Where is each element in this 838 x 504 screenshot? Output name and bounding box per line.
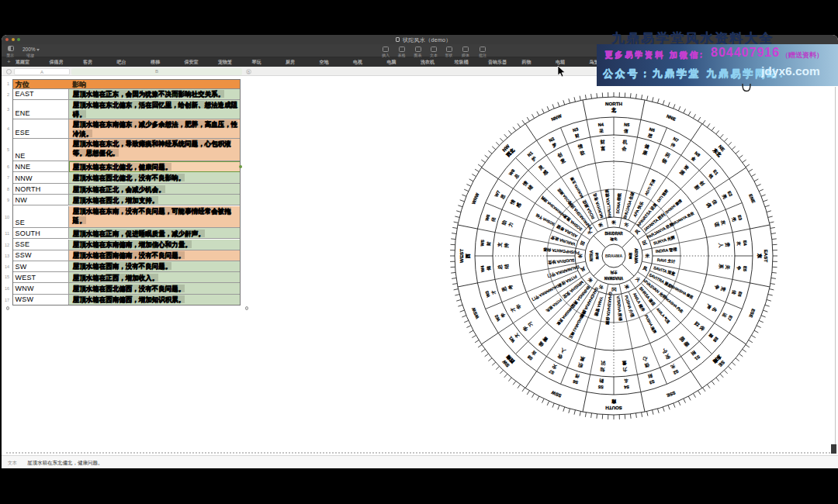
svg-text:NNW: NNW xyxy=(551,113,563,122)
svg-text:采: 采 xyxy=(599,128,604,133)
svg-text:争: 争 xyxy=(736,266,742,271)
svg-text:RAVI 主计: RAVI 主计 xyxy=(657,257,677,264)
svg-text:总: 总 xyxy=(513,173,520,180)
svg-text:SSE: SSE xyxy=(666,390,676,398)
svg-text:积: 积 xyxy=(577,362,583,369)
svg-text:金: 金 xyxy=(691,156,697,162)
svg-text:E5: E5 xyxy=(743,266,748,271)
svg-text:W5: W5 xyxy=(480,240,485,247)
svg-text:空间: 空间 xyxy=(611,270,618,274)
svg-text:绪: 绪 xyxy=(527,183,535,191)
svg-text:GHAKSHATA 保障: GHAKSHATA 保障 xyxy=(605,292,613,325)
svg-text:吉: 吉 xyxy=(531,349,538,356)
svg-text:凶: 凶 xyxy=(580,240,586,247)
svg-text:考: 考 xyxy=(507,284,514,290)
svg-text:W6: W6 xyxy=(484,214,490,222)
svg-text:N3: N3 xyxy=(572,126,579,133)
svg-text:文: 文 xyxy=(513,332,519,338)
svg-text:SOMA 领航: SOMA 领航 xyxy=(615,192,623,214)
svg-text:推进: 推进 xyxy=(595,252,599,260)
svg-text:源: 源 xyxy=(679,169,687,177)
svg-text:ENE: ENE xyxy=(748,193,756,203)
svg-text:MRIGHA 灵敏: MRIGHA 灵敏 xyxy=(556,306,573,326)
svg-text:米: 米 xyxy=(587,277,593,283)
svg-text:蓄: 蓄 xyxy=(542,336,549,343)
svg-text:S4: S4 xyxy=(623,385,629,390)
svg-text:争: 争 xyxy=(714,284,720,290)
svg-text:刚: 刚 xyxy=(690,349,697,356)
svg-text:BHRINGARAJ 蜂王: BHRINGARAJ 蜂王 xyxy=(568,309,587,340)
svg-text:MUKHYA 有名: MUKHYA 有名 xyxy=(592,192,604,219)
svg-text:SOSHA 干枯: SOSHA 干枯 xyxy=(535,212,556,226)
svg-text:累: 累 xyxy=(579,356,586,363)
svg-text:E4: E4 xyxy=(743,240,748,247)
svg-text:西: 西 xyxy=(466,254,471,259)
svg-text:区: 区 xyxy=(642,239,648,246)
svg-text:N6: N6 xyxy=(649,126,656,133)
svg-text:习: 习 xyxy=(527,321,534,328)
svg-text:NNE: NNE xyxy=(666,114,677,122)
svg-text:刻: 刻 xyxy=(647,373,653,378)
svg-text:BRAHMA: BRAHMA xyxy=(605,254,623,258)
svg-text:理化: 理化 xyxy=(611,236,618,241)
svg-text:心: 心 xyxy=(642,356,649,363)
svg-text:风: 风 xyxy=(580,266,586,272)
svg-text:量: 量 xyxy=(622,361,628,367)
svg-text:SSW: SSW xyxy=(550,390,562,399)
svg-text:E6: E6 xyxy=(737,291,743,297)
svg-text:持: 持 xyxy=(504,242,511,248)
svg-text:火: 火 xyxy=(587,229,593,235)
svg-text:SHIKHI 激情: SHIKHI 激情 xyxy=(664,198,684,215)
svg-text:米: 米 xyxy=(611,219,616,224)
svg-text:DITI 视野: DITI 视野 xyxy=(656,188,670,204)
svg-text:W3: W3 xyxy=(484,290,490,298)
svg-text:E3: E3 xyxy=(737,215,743,221)
svg-text:米: 米 xyxy=(646,254,650,258)
svg-text:S5: S5 xyxy=(598,385,604,390)
svg-text:康: 康 xyxy=(642,149,648,156)
svg-text:EAST: EAST xyxy=(764,250,769,263)
svg-text:宁: 宁 xyxy=(661,347,668,354)
svg-text:富: 富 xyxy=(601,146,606,152)
svg-text:力: 力 xyxy=(507,222,513,228)
svg-text:SUGRIVA 珍贵: SUGRIVA 珍贵 xyxy=(548,258,575,265)
svg-text:BHUDRAR: BHUDRAR xyxy=(604,232,623,236)
svg-text:系: 系 xyxy=(718,264,725,270)
svg-text:感: 感 xyxy=(542,168,549,176)
svg-text:壳: 壳 xyxy=(730,216,736,223)
svg-text:WEST: WEST xyxy=(459,249,464,263)
svg-text:新: 新 xyxy=(693,183,701,191)
svg-text:偶: 偶 xyxy=(705,202,712,209)
svg-text:SOUTH: SOUTH xyxy=(605,406,622,411)
svg-text:信: 信 xyxy=(624,129,629,135)
svg-text:MUKHYA 主要: MUKHYA 主要 xyxy=(569,176,585,199)
svg-text:入: 入 xyxy=(559,347,566,354)
svg-text:想: 想 xyxy=(647,133,653,139)
svg-text:NITRA: NITRA xyxy=(590,250,594,261)
svg-text:机: 机 xyxy=(622,139,628,146)
svg-text:SURYA 光辉: SURYA 光辉 xyxy=(653,234,676,246)
svg-text:声: 声 xyxy=(705,303,712,310)
svg-text:迎随: 迎随 xyxy=(628,253,632,260)
svg-text:水: 水 xyxy=(623,222,629,229)
svg-text:INDRA 管理: INDRA 管理 xyxy=(656,247,677,254)
svg-text:DAUWARIKA 守门: DAUWARIKA 守门 xyxy=(532,284,559,302)
svg-text:BHRISHA 催促: BHRISHA 催促 xyxy=(670,285,694,300)
svg-text:贵: 贵 xyxy=(724,242,731,247)
svg-text:安: 安 xyxy=(551,364,557,370)
svg-text:喜: 喜 xyxy=(707,332,714,339)
svg-text:佳: 佳 xyxy=(731,290,736,295)
svg-text:华: 华 xyxy=(514,303,521,310)
svg-text:WSW: WSW xyxy=(471,306,480,319)
svg-text:眠: 眠 xyxy=(679,336,686,343)
svg-text:W4: W4 xyxy=(480,264,485,272)
svg-text:亮: 亮 xyxy=(721,194,728,201)
svg-text:才: 才 xyxy=(490,289,496,295)
svg-text:财: 财 xyxy=(600,139,605,145)
svg-text:NORTH: NORTH xyxy=(605,101,623,106)
svg-text:关: 关 xyxy=(725,264,731,270)
svg-text:钱: 钱 xyxy=(707,172,714,179)
svg-text:径: 径 xyxy=(490,216,496,222)
svg-text:意: 意 xyxy=(559,157,566,165)
svg-text:知: 知 xyxy=(600,366,606,373)
